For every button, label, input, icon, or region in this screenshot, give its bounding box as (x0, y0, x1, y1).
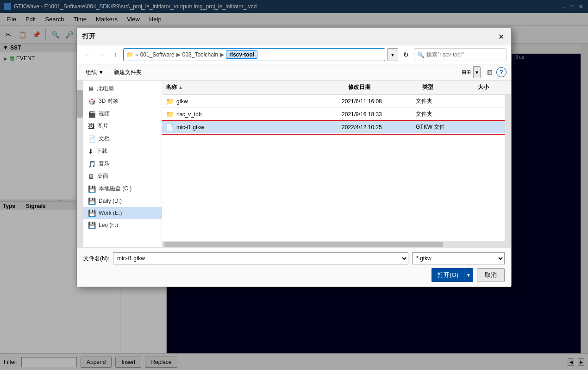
file-list-with-scroll: 📁 gtkw 2021/6/11 16:08 文件夹 📁 risc_v_td (162, 95, 511, 241)
file-type-risc: 文件夹 (412, 110, 468, 118)
file-name-risc: risc_v_tdb (176, 111, 202, 118)
file-type-gtkw: 文件夹 (412, 97, 468, 105)
file-row-gtkw[interactable]: 📁 gtkw 2021/6/11 16:08 文件夹 (162, 95, 505, 108)
organize-button[interactable]: 组织 ▼ (81, 66, 108, 78)
nav-daily-d-label: Daily (D:) (99, 198, 122, 204)
nav-scrollbar[interactable] (77, 81, 83, 247)
view-toggle-button[interactable]: ⊞⊞ (460, 66, 472, 78)
disk-c-icon: 💾 (88, 185, 96, 193)
nav-video-label: 视频 (99, 110, 110, 118)
disk-f-icon: 💾 (88, 221, 96, 229)
back-button[interactable]: ← (81, 49, 94, 61)
file-list-area: 名称 ▲ 修改日期 类型 大小 📁 gtkw (162, 81, 511, 247)
address-refresh-button[interactable]: ↻ (400, 49, 412, 61)
file-date-risc: 2021/9/16 18:33 (338, 111, 412, 118)
nav-music-label: 音乐 (99, 160, 110, 168)
file-name-mic: mic-i1.gtkw (176, 124, 204, 131)
nav-work-e-label: Work (E:) (99, 210, 122, 216)
nav-area: 🖥 此电脑 🎲 3D 对象 🎬 视频 🖼 图片 (77, 81, 162, 247)
desktop-icon: 🖥 (88, 173, 94, 180)
file-type-mic: GTKW 文件 (412, 123, 468, 131)
nav-desktop[interactable]: 🖥 桌面 (83, 170, 162, 182)
new-folder-button[interactable]: 新建文件夹 (110, 66, 146, 78)
file-row-mic-i1[interactable]: 📄 mic-i1.gtkw 2022/4/12 10:25 GTKW 文件 (162, 121, 505, 134)
breadcrumb-bar: 📁 « 001_Software ▶ 003_Toolchain ▶ riscv… (123, 48, 385, 61)
filename-input[interactable]: mic-i1.gtkw (113, 252, 408, 264)
bc-001-software[interactable]: 001_Software (140, 51, 175, 58)
nav-pictures-label: 图片 (97, 122, 108, 130)
nav-3d-objects[interactable]: 🎲 3D 对象 (83, 95, 162, 107)
nav-work-e[interactable]: 💾 Work (E:) (83, 207, 162, 219)
cancel-button[interactable]: 取消 (477, 268, 505, 282)
3d-objects-icon: 🎲 (88, 98, 96, 105)
dialog-overlay: 打开 ✕ ← → ↑ 📁 « 001_Software ▶ 003_Toolch… (0, 0, 588, 370)
file-row-risc-v-tdb[interactable]: 📁 risc_v_tdb 2021/9/16 18:33 文件夹 (162, 108, 505, 121)
file-hscroll[interactable] (162, 241, 511, 247)
col-type[interactable]: 类型 (419, 82, 474, 92)
disk-e-icon: 💾 (88, 209, 96, 217)
bc-003-toolchain[interactable]: 003_Toolchain (182, 51, 218, 58)
sort-arrow-name: ▲ (178, 85, 183, 90)
search-icon: 🔍 (417, 51, 425, 58)
file-vscroll[interactable] (505, 95, 511, 241)
search-input[interactable] (426, 51, 503, 58)
view-buttons-group: ⊞⊞ ▼ ▥ ? (460, 66, 507, 78)
col-date[interactable]: 修改日期 (344, 82, 419, 92)
view-dropdown-button[interactable]: ▼ (473, 66, 481, 78)
help-button[interactable]: ? (496, 67, 507, 77)
address-bar: ← → ↑ 📁 « 001_Software ▶ 003_Toolchain ▶… (77, 45, 511, 64)
nav-disk-c-label: 本地磁盘 (C:) (99, 185, 131, 193)
preview-pane-button[interactable]: ▥ (483, 66, 495, 78)
dialog-close-button[interactable]: ✕ (496, 32, 506, 41)
nav-video[interactable]: 🎬 视频 (83, 107, 162, 120)
nav-daily-d[interactable]: 💾 Daily (D:) (83, 195, 162, 207)
nav-desktop-label: 桌面 (97, 172, 108, 180)
open-dropdown-button[interactable]: ▼ (464, 268, 473, 282)
music-icon: 🎵 (88, 160, 96, 168)
dialog-toolbar2: 组织 ▼ 新建文件夹 ⊞⊞ ▼ ▥ ? (77, 64, 511, 81)
organize-label: 组织 ▼ (86, 69, 104, 76)
search-box: 🔍 (414, 48, 507, 61)
open-file-dialog: 打开 ✕ ← → ↑ 📁 « 001_Software ▶ 003_Toolch… (76, 28, 512, 287)
nav-this-pc[interactable]: 🖥 此电脑 (83, 82, 162, 95)
new-folder-label: 新建文件夹 (114, 69, 142, 76)
downloads-icon: ⬇ (88, 148, 94, 155)
footer-row1: 文件名(N): mic-i1.gtkw *.gtkw (83, 252, 505, 264)
file-date-mic: 2022/4/12 10:25 (338, 124, 412, 131)
bc-drive-icon: 📁 (126, 51, 133, 58)
file-name-gtkw: gtkw (176, 98, 188, 105)
nav-documents-label: 文档 (99, 135, 110, 143)
up-button[interactable]: ↑ (109, 49, 121, 61)
nav-music[interactable]: 🎵 音乐 (83, 157, 162, 170)
dialog-title-bar: 打开 ✕ (77, 28, 511, 45)
nav-downloads-label: 下载 (96, 147, 107, 155)
nav-pictures[interactable]: 🖼 图片 (83, 120, 162, 132)
dialog-body: 🖥 此电脑 🎲 3D 对象 🎬 视频 🖼 图片 (77, 81, 511, 247)
disk-d-icon: 💾 (88, 197, 96, 205)
nav-local-disk-c[interactable]: 💾 本地磁盘 (C:) (83, 182, 162, 195)
col-name[interactable]: 名称 ▲ (162, 82, 344, 92)
nav-leo-f[interactable]: 💾 Leo (F:) (83, 219, 162, 231)
nav-leo-f-label: Leo (F:) (99, 222, 118, 228)
nav-3d-label: 3D 对象 (99, 97, 119, 105)
nav-documents[interactable]: 📄 文档 (83, 132, 162, 145)
dialog-footer: 文件名(N): mic-i1.gtkw *.gtkw 打开(O) ▼ 取消 (77, 247, 511, 287)
dialog-title: 打开 (82, 32, 95, 41)
nav-scroll-thumb (77, 90, 83, 118)
nav-downloads[interactable]: ⬇ 下载 (83, 145, 162, 157)
file-icon-mic: 📄 (166, 124, 174, 131)
filetype-select[interactable]: *.gtkw (412, 252, 505, 264)
video-icon: 🎬 (88, 110, 96, 118)
col-size[interactable]: 大小 (474, 82, 511, 92)
breadcrumb-dropdown-button[interactable]: ▼ (387, 48, 398, 61)
pictures-icon: 🖼 (88, 123, 94, 130)
filename-label: 文件名(N): (83, 255, 109, 263)
file-list: 📁 gtkw 2021/6/11 16:08 文件夹 📁 risc_v_td (162, 95, 505, 241)
nav-pane: 🖥 此电脑 🎲 3D 对象 🎬 视频 🖼 图片 (83, 81, 162, 247)
open-button[interactable]: 打开(O) (432, 268, 464, 282)
file-date-gtkw: 2021/6/11 16:08 (338, 98, 412, 105)
hscroll-thumb (164, 242, 443, 247)
forward-button[interactable]: → (95, 49, 107, 61)
folder-icon-risc: 📁 (166, 111, 174, 118)
nav-this-pc-label: 此电脑 (97, 85, 114, 93)
